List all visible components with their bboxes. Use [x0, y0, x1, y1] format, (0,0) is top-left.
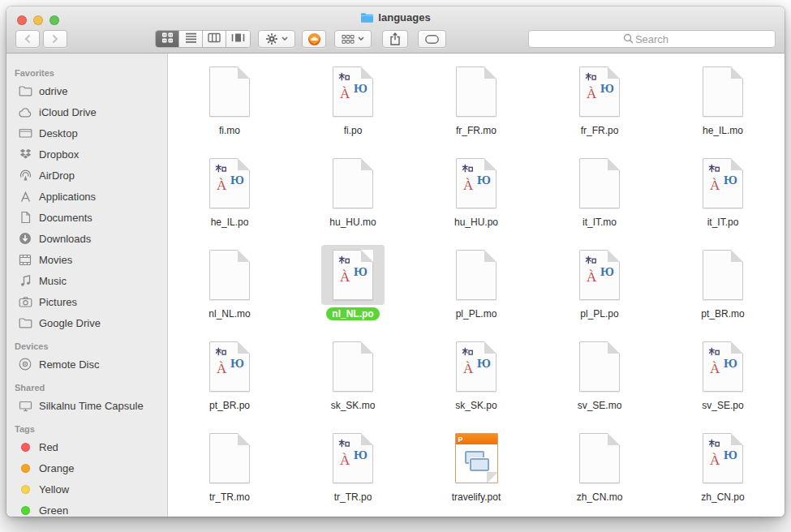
folder-icon [18, 315, 32, 330]
cyrillic-glyph: Ю [230, 174, 244, 187]
pot-file-icon: P [445, 428, 508, 488]
sidebar-item-dropbox[interactable]: Dropbox [6, 144, 167, 165]
file-item-tr-tr-mo[interactable]: tr_TR.mo [168, 427, 291, 517]
cjk-glyph [462, 347, 473, 362]
forward-button[interactable] [43, 30, 67, 48]
finder-window: languages [6, 6, 785, 517]
latin-glyph: À [710, 178, 720, 192]
search-input[interactable] [528, 30, 776, 48]
sidebar-item-label: Red [39, 441, 58, 453]
sidebar-item-silkalnu-time-capsule[interactable]: Silkalnu Time Capsule [6, 395, 167, 416]
file-item-it-it-po[interactable]: ÀЮit_IT.po [661, 152, 785, 243]
action-menu-button[interactable] [258, 30, 295, 48]
latin-glyph: À [340, 453, 350, 467]
file-item-zh-cn-mo[interactable]: zh_CN.mo [538, 427, 661, 517]
sidebar-item-label: Google Drive [39, 317, 101, 329]
view-switcher [155, 30, 251, 48]
sidebar-item-icloud-drive[interactable]: iCloud Drive [6, 101, 167, 122]
tag-dot-icon [18, 461, 32, 475]
sidebar-item-music[interactable]: Music [6, 270, 167, 291]
file-item-sv-se-po[interactable]: ÀЮsv_SE.po [661, 335, 785, 427]
column-view-button[interactable] [203, 31, 226, 47]
pot-logo: P [458, 435, 463, 444]
list-view-icon [185, 32, 197, 45]
sidebar-item-remote-disc[interactable]: Remote Disc [6, 354, 167, 375]
sidebar-item-yellow[interactable]: Yellow [6, 478, 167, 500]
tag-icon [425, 35, 439, 44]
sidebar-item-red[interactable]: Red [6, 436, 167, 457]
file-item-sk-sk-po[interactable]: ÀЮsk_SK.po [415, 335, 538, 427]
file-item-hu-hu-po[interactable]: ÀЮhu_HU.po [415, 152, 538, 243]
file-item-he-il-mo[interactable]: he_IL.mo [661, 60, 785, 152]
file-item-it-it-mo[interactable]: it_IT.mo [538, 152, 661, 243]
po-file-icon: ÀЮ [321, 62, 385, 122]
sidebar-section-title: Shared [6, 375, 167, 395]
mo-file-icon [198, 62, 261, 122]
odrive-toolbar-button[interactable] [302, 30, 326, 48]
coverflow-view-button[interactable] [226, 31, 250, 47]
file-name: pl_PL.mo [450, 307, 503, 320]
sidebar-item-pictures[interactable]: Pictures [6, 291, 167, 312]
mo-file-icon [568, 337, 631, 397]
sidebar-item-google-drive[interactable]: Google Drive [6, 312, 167, 333]
file-item-fi-mo[interactable]: fi.mo [168, 60, 291, 152]
titlebar: languages [6, 11, 785, 24]
file-grid: fi.moÀЮfi.pofr_FR.moÀЮfr_FR.pohe_IL.moÀЮ… [168, 54, 785, 517]
cjk-glyph [215, 347, 226, 362]
file-item-tr-tr-po[interactable]: ÀЮtr_TR.po [291, 427, 415, 517]
file-item-sk-sk-mo[interactable]: sk_SK.mo [291, 335, 415, 427]
music-icon [18, 273, 32, 288]
sidebar-item-downloads[interactable]: Downloads [6, 228, 167, 249]
back-button[interactable] [15, 30, 40, 48]
file-name: sv_SE.mo [572, 399, 628, 412]
file-item-fi-po[interactable]: ÀЮfi.po [291, 60, 415, 152]
sidebar-item-label: Applications [39, 191, 96, 203]
file-item-pt-br-po[interactable]: ÀЮpt_BR.po [168, 335, 291, 427]
file-item-nl-nl-mo[interactable]: nl_NL.mo [168, 243, 291, 335]
sidebar-item-desktop[interactable]: Desktop [6, 122, 167, 144]
file-item-pt-br-mo[interactable]: pt_BR.mo [661, 243, 785, 335]
gear-icon [265, 32, 278, 45]
sidebar-item-applications[interactable]: Applications [6, 186, 167, 207]
file-item-pl-pl-po[interactable]: ÀЮpl_PL.po [538, 243, 661, 335]
sidebar-item-airdrop[interactable]: AirDrop [6, 165, 167, 186]
arrange-menu-button[interactable] [334, 30, 372, 48]
file-item-hu-hu-mo[interactable]: hu_HU.mo [291, 152, 415, 243]
file-name: tr_TR.mo [204, 491, 256, 504]
cjk-glyph [338, 255, 350, 270]
file-item-travelify-pot[interactable]: Ptravelify.pot [415, 427, 538, 517]
sidebar-item-label: Yellow [39, 483, 69, 496]
window-content: FavoritesodriveiCloud DriveDesktopDropbo… [6, 54, 785, 517]
sidebar-item-movies[interactable]: Movies [6, 249, 167, 270]
tags-button[interactable] [418, 30, 446, 48]
chevron-down-icon [282, 36, 288, 41]
cjk-glyph [585, 255, 596, 270]
file-name: hu_HU.po [449, 216, 504, 229]
file-item-nl-nl-po[interactable]: ÀЮnl_NL.po [291, 243, 415, 335]
share-button[interactable] [382, 30, 408, 48]
file-name: travelify.pot [446, 491, 506, 504]
sidebar-item-label: Music [39, 275, 67, 287]
mo-file-icon [321, 337, 385, 397]
share-icon [389, 32, 401, 45]
file-item-fr-fr-po[interactable]: ÀЮfr_FR.po [538, 60, 661, 152]
sidebar-item-label: AirDrop [39, 169, 75, 182]
list-view-button[interactable] [179, 31, 203, 47]
sidebar-item-label: Desktop [39, 127, 78, 139]
sidebar-item-orange[interactable]: Orange [6, 457, 167, 478]
file-name: fi.po [338, 124, 368, 137]
file-item-pl-pl-mo[interactable]: pl_PL.mo [415, 243, 538, 335]
icon-view-button[interactable] [156, 31, 179, 47]
file-item-he-il-po[interactable]: ÀЮhe_IL.po [168, 152, 291, 243]
sidebar-item-odrive[interactable]: odrive [6, 80, 167, 101]
sidebar-item-green[interactable]: Green [6, 500, 167, 517]
cyrillic-glyph: Ю [724, 174, 737, 187]
file-item-fr-fr-mo[interactable]: fr_FR.mo [415, 60, 538, 152]
sidebar-item-label: Dropbox [39, 148, 79, 161]
sidebar: FavoritesodriveiCloud DriveDesktopDropbo… [6, 54, 168, 517]
po-file-icon: ÀЮ [691, 153, 754, 213]
cyrillic-glyph: Ю [230, 358, 244, 370]
file-item-zh-cn-po[interactable]: ÀЮzh_CN.po [661, 427, 785, 517]
sidebar-item-documents[interactable]: Documents [6, 207, 167, 228]
file-item-sv-se-mo[interactable]: sv_SE.mo [538, 335, 661, 427]
